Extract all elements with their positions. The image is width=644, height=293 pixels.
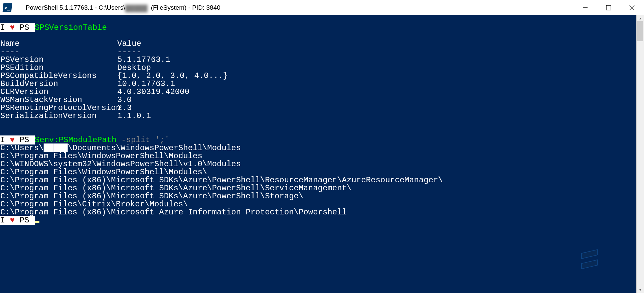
table-row: 1.1.0.1 [117, 112, 151, 120]
terminal[interactable]: I ♥ PS $PSVersionTable NameValue -------… [0, 15, 636, 293]
powershell-window: >_ PowerShell 5.1.17763.1 - C:\Users\███… [0, 0, 644, 293]
table-row: PSEdition [0, 64, 117, 72]
prompt: I ♥ PS [0, 135, 35, 144]
prompt: I ♥ PS [0, 23, 35, 32]
scroll-thumb[interactable] [637, 21, 643, 41]
table-row: {1.0, 2.0, 3.0, 4.0...} [117, 72, 228, 80]
output-line: C:\Users\█████\Documents\WindowsPowerShe… [0, 143, 241, 153]
table-row: 3.0 [117, 96, 132, 104]
redacted-username: █████ [125, 5, 149, 11]
table-sep-name: ---- [0, 48, 117, 56]
output-line: C:\Program Files\WindowsPowerShell\Modul… [0, 168, 207, 177]
table-row: PSCompatibleVersions [0, 72, 117, 80]
command-2-operator: -split ';' [117, 135, 169, 144]
table-row: PSRemotingProtocolVersion [0, 104, 117, 112]
output-line: C:\Program Files (x86)\Microsoft SDKs\Az… [0, 184, 351, 193]
table-header-value: Value [117, 40, 141, 48]
powershell-icon: >_ [3, 3, 12, 12]
scroll-up-icon[interactable]: ▴ [637, 15, 644, 21]
maximize-button[interactable] [597, 0, 620, 15]
minimize-button[interactable] [574, 0, 597, 15]
table-row: 5.1.17763.1 [117, 56, 170, 64]
heart-icon: ♥ [10, 23, 15, 32]
window-controls [574, 0, 644, 15]
cursor [35, 221, 39, 223]
table-row: PSVersion [0, 56, 117, 64]
prompt: I ♥ PS [0, 216, 35, 225]
output-line: C:\Program Files\WindowsPowerShell\Modul… [0, 152, 202, 161]
redacted-username: █████ [44, 143, 68, 153]
table-row: Desktop [117, 64, 151, 72]
output-line: C:\WINDOWS\system32\WindowsPowerShell\v1… [0, 160, 241, 169]
table-row: 10.0.17763.1 [117, 80, 175, 88]
titlebar[interactable]: >_ PowerShell 5.1.17763.1 - C:\Users\███… [0, 0, 644, 15]
output-line: C:\Program Files (x86)\Microsoft SDKs\Az… [0, 176, 443, 185]
close-button[interactable] [620, 0, 644, 15]
output-line: C:\Program Files (x86)\Microsoft SDKs\Az… [0, 192, 303, 201]
scrollbar[interactable]: ▴ ▾ [636, 15, 644, 293]
command-1: $PSVersionTable [35, 23, 107, 32]
watermark-icon [576, 246, 603, 273]
table-row: WSManStackVersion [0, 96, 117, 104]
table-row: SerializationVersion [0, 112, 117, 120]
svg-rect-1 [606, 5, 611, 10]
table-header-name: Name [0, 40, 117, 48]
table-row: 2.3 [117, 104, 132, 112]
table-sep-value: ----- [117, 48, 141, 56]
command-2-var: $env:PSModulePath [35, 135, 117, 144]
output-line: C:\Program Files\Citrix\Broker\Modules\ [0, 200, 188, 209]
terminal-wrap: I ♥ PS $PSVersionTable NameValue -------… [0, 15, 644, 293]
heart-icon: ♥ [10, 216, 15, 225]
table-row: BuildVersion [0, 80, 117, 88]
scroll-down-icon[interactable]: ▾ [637, 287, 644, 293]
table-row: 4.0.30319.42000 [117, 88, 189, 96]
output-line: C:\Program Files (x86)\Microsoft Azure I… [0, 208, 347, 217]
heart-icon: ♥ [10, 135, 15, 144]
table-row: CLRVersion [0, 88, 117, 96]
